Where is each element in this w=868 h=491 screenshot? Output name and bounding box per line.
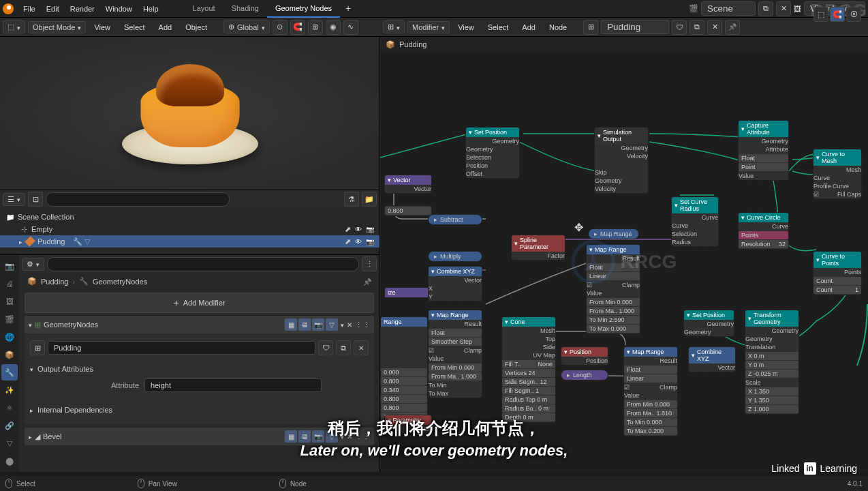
- node-group-name-field[interactable]: Pudding: [48, 341, 315, 355]
- prop-options-button[interactable]: ⋮: [362, 256, 377, 271]
- viewport-menu-select[interactable]: Select: [119, 20, 151, 34]
- snap-options-button[interactable]: ⊞: [308, 20, 323, 35]
- node-menu-view[interactable]: View: [452, 20, 480, 34]
- scene-browse-button[interactable]: ⧉: [758, 1, 773, 16]
- breadcrumb-object[interactable]: Pudding: [41, 278, 68, 286]
- node-map-range-3[interactable]: Map Range Result Float Linear ☑Clamp Val…: [623, 346, 678, 436]
- node-tree-duplicate-button[interactable]: ⧉: [689, 20, 704, 35]
- pivot-button[interactable]: ⊙: [273, 20, 288, 35]
- proportional-button[interactable]: ◉: [326, 20, 341, 35]
- attribute-value-field[interactable]: height: [144, 378, 322, 392]
- prop-tab-modifier[interactable]: [1, 364, 18, 381]
- modifier-geometrynodes-header[interactable]: GeometryNodes ▦ 🖥 📷 ▽ ⋮⋮: [25, 316, 374, 333]
- workspace-tab-layout[interactable]: Layout: [185, 0, 223, 18]
- properties-search-input[interactable]: [47, 257, 359, 271]
- outliner-item-empty[interactable]: Empty: [0, 223, 379, 235]
- node-ize[interactable]: ize: [384, 287, 432, 298]
- outliner-scene-collection[interactable]: Scene Collection: [0, 211, 379, 223]
- menu-window[interactable]: Window: [100, 2, 138, 16]
- node-capture-attribute[interactable]: Capture Attribute Geometry Attribute Flo…: [738, 120, 789, 181]
- prop-tab-viewlayer[interactable]: 🖼: [1, 293, 18, 310]
- prop-tab-scene[interactable]: 🎬: [1, 311, 18, 327]
- node-curve-circle[interactable]: Curve Circle Curve Points Resolution32: [738, 212, 789, 250]
- outliner-filter-button[interactable]: [344, 192, 359, 207]
- viewport-menu-view[interactable]: View: [89, 20, 116, 34]
- node-mode-dropdown[interactable]: Modifier: [407, 21, 450, 33]
- modifier-name-field[interactable]: Bevel: [43, 432, 282, 441]
- scene-delete-button[interactable]: ✕: [776, 1, 791, 16]
- node-set-position[interactable]: Set Position Geometry Geometry Selection…: [465, 127, 520, 179]
- node-tree-browse-button[interactable]: ⊞: [583, 20, 598, 35]
- node-editor-canvas[interactable]: ✥: [380, 52, 868, 472]
- node-cone[interactable]: Cone Mesh Top Side UV Map Fill T..None V…: [501, 316, 556, 423]
- modifier-edit-mode-icon[interactable]: ▦: [285, 430, 297, 443]
- chevron-right-icon[interactable]: [29, 432, 32, 441]
- node-path-object[interactable]: Pudding: [399, 40, 427, 48]
- node-map-range-1[interactable]: Map Range Result Float Linear ☑Clamp Val…: [586, 244, 640, 334]
- render-icon[interactable]: [366, 237, 374, 246]
- 3d-viewport[interactable]: RRCG: [0, 37, 379, 190]
- node-combine-xyz[interactable]: Combine XYZ Vector X Y: [428, 266, 482, 301]
- modifier-remove-button[interactable]: [347, 321, 352, 329]
- node-set-position-2[interactable]: Set Position Geometry Geometry: [683, 310, 734, 337]
- proportional-curve-button[interactable]: ∿: [343, 20, 358, 35]
- expand-icon[interactable]: [19, 237, 22, 246]
- outliner-new-collection-button[interactable]: 📁: [362, 192, 377, 207]
- snap-button[interactable]: 🧲: [290, 20, 305, 35]
- node-map-range-2[interactable]: Map Range Result Float Smoother Step ☑Cl…: [428, 310, 482, 398]
- modifier-render-icon[interactable]: 📷: [312, 318, 324, 331]
- viewport-menu-object[interactable]: Object: [180, 20, 213, 34]
- node-length[interactable]: Length: [561, 370, 608, 381]
- modifier-extras-icon[interactable]: [341, 321, 344, 329]
- workspace-tab-shading[interactable]: Shading: [223, 0, 267, 18]
- prop-tab-constraint[interactable]: 🔗: [1, 417, 18, 434]
- node-editor-type-dropdown[interactable]: ⊞: [383, 20, 405, 33]
- outliner-item-pudding[interactable]: Pudding 🔧 ▽: [0, 235, 379, 248]
- node-menu-add[interactable]: Add: [516, 20, 541, 34]
- modifier-name-field[interactable]: GeometryNodes: [44, 321, 282, 329]
- orientation-dropdown[interactable]: ⊕Global: [223, 20, 270, 33]
- node-combine-xyz-2[interactable]: Combine XYZ Vector: [688, 346, 736, 372]
- internal-dependencies-header[interactable]: Internal Dependencies: [30, 403, 369, 417]
- node-overlay-button[interactable]: ⬚: [813, 7, 828, 22]
- editor-type-dropdown[interactable]: ⬚: [3, 20, 25, 33]
- node-tree-unlink-button[interactable]: ✕: [707, 20, 722, 35]
- node-overlay2-button[interactable]: ⦿: [846, 7, 861, 22]
- prop-tab-particle[interactable]: ✨: [1, 382, 18, 398]
- modifier-cage-icon[interactable]: ▽: [326, 318, 338, 331]
- menu-edit[interactable]: Edit: [41, 2, 65, 16]
- prop-tab-output[interactable]: 🖨: [1, 276, 18, 292]
- prop-tab-physics[interactable]: ⚛: [1, 400, 18, 416]
- modifier-drag-icon[interactable]: ⋮⋮: [355, 321, 370, 329]
- visibility-icon[interactable]: [355, 237, 362, 246]
- add-modifier-button[interactable]: Add Modifier: [25, 293, 374, 313]
- chevron-down-icon[interactable]: [29, 321, 32, 329]
- node-menu-select[interactable]: Select: [482, 20, 514, 34]
- breadcrumb-modifier[interactable]: GeometryNodes: [93, 278, 147, 286]
- scene-field[interactable]: [701, 1, 756, 16]
- node-subtract[interactable]: Subtract: [428, 214, 482, 225]
- node-position[interactable]: Position Position: [561, 346, 608, 366]
- node-menu-node[interactable]: Node: [544, 20, 572, 34]
- node-value-field[interactable]: 0.800: [385, 207, 431, 215]
- node-group-shield-button[interactable]: 🛡: [318, 340, 333, 355]
- selectable-icon[interactable]: [345, 225, 351, 234]
- selectable-icon[interactable]: [345, 237, 351, 246]
- node-group-unlink-button[interactable]: [354, 340, 369, 355]
- outliner-search-input[interactable]: [46, 192, 230, 207]
- prop-editor-type-dropdown[interactable]: ⚙: [22, 258, 44, 271]
- node-curve-to-points[interactable]: Curve to Points Points Count Count1: [813, 251, 862, 295]
- prop-tab-render[interactable]: 📷: [1, 258, 18, 274]
- node-snap-button[interactable]: 🧲: [830, 7, 845, 22]
- workspace-tab-geometry-nodes[interactable]: Geometry Nodes: [267, 0, 340, 18]
- viewport-menu-add[interactable]: Add: [153, 20, 178, 34]
- prop-tab-object[interactable]: 📦: [1, 346, 18, 363]
- node-tree-name-field[interactable]: [601, 20, 669, 34]
- output-attributes-header[interactable]: Output Attributes: [30, 362, 369, 376]
- prop-tab-world[interactable]: 🌐: [1, 329, 18, 345]
- outliner-display-dropdown[interactable]: ☰: [3, 193, 25, 206]
- menu-help[interactable]: Help: [138, 2, 164, 16]
- node-range-partial[interactable]: Range 0.000 0.800 0.340 0.800 0.800 1.00…: [380, 316, 428, 422]
- node-tree-shield-button[interactable]: 🛡: [672, 20, 687, 35]
- node-map-range-collapsed[interactable]: Map Range: [588, 228, 639, 239]
